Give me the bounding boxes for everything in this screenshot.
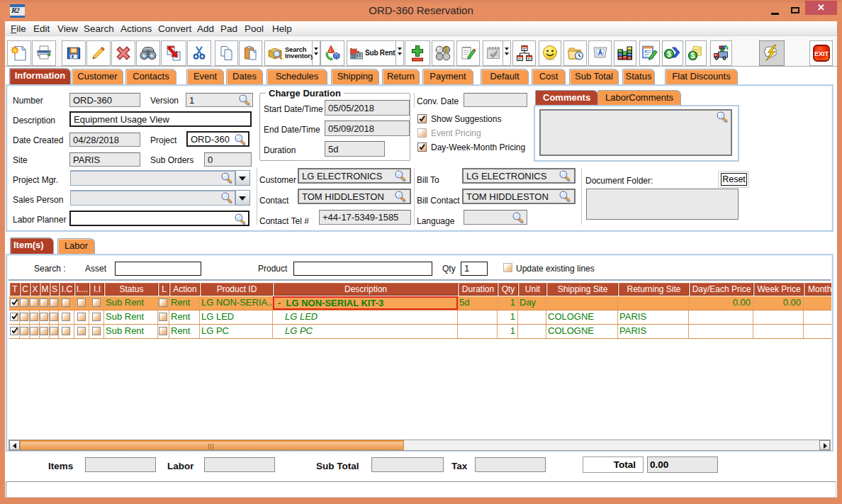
tab-laborcomments[interactable]: LaborComments [597,90,681,105]
copy-button[interactable] [215,40,238,66]
tab-customer[interactable]: Customer [72,69,123,84]
row-l-checkbox[interactable] [159,313,167,321]
column-header-x[interactable]: X [30,283,40,296]
inventory-cubes-button[interactable] [614,40,636,66]
tab-return[interactable]: Return [382,69,420,84]
crew-button[interactable] [539,40,561,66]
row-idot-checkbox[interactable] [77,313,86,321]
number-field[interactable]: ORD-360 [69,93,140,107]
menu-item-file[interactable]: File [11,23,26,35]
column-header-product_id[interactable]: Product ID [201,283,273,296]
row-s-checkbox[interactable] [50,298,58,307]
tab-information[interactable]: Information [9,68,71,84]
tab-contacts[interactable]: Contacts [125,69,176,84]
sales-person-field[interactable] [70,190,235,206]
menu-item-convert[interactable]: Convert [158,23,191,35]
tab-payment[interactable]: Payment [422,69,473,84]
convert-order-button[interactable] [320,40,344,66]
tab-flat-discounts[interactable]: Flat Discounts [665,69,738,84]
asset-input[interactable] [115,262,201,276]
row-idot-checkbox[interactable] [77,327,86,335]
row-select-checkbox[interactable] [10,313,18,321]
calendar-button[interactable]: 12 [483,40,503,66]
site-field[interactable]: PARIS [69,152,140,167]
sub-rent-button[interactable]: Sub Rent [347,40,396,66]
sub-rent-button-dropdown[interactable] [396,40,404,66]
column-header-unit[interactable]: Unit [519,283,546,296]
transfer-button[interactable] [161,40,186,66]
bill-contact-search-icon[interactable] [558,190,571,202]
column-header-l[interactable]: L [159,283,169,296]
save-button[interactable] [62,40,86,66]
column-header-idot[interactable]: I.... [75,283,89,296]
row-select-checkbox[interactable] [10,298,18,307]
scroll-left-button[interactable] [9,440,20,450]
show-suggestions-checkbox[interactable] [417,114,427,123]
column-header-ii[interactable]: I.I [90,283,104,296]
column-header-description[interactable]: Description [274,283,458,296]
org-chart-button[interactable] [512,40,536,66]
sales-person-search-icon[interactable] [220,191,232,203]
row-c-checkbox[interactable] [20,313,28,321]
bill-to-search-icon[interactable] [558,169,571,181]
comments-textarea[interactable] [539,109,732,156]
tab-sub-total[interactable]: Sub Total [569,69,619,84]
column-header-status[interactable]: Status [105,283,158,296]
table-row[interactable]: Sub RentRentLG NON-SERIA...- LG NON-SERI… [9,296,831,310]
customer-search-icon[interactable] [394,169,406,181]
date-created-field[interactable]: 04/28/2018 [69,133,140,147]
document-folder-box[interactable] [586,189,739,220]
row-s-checkbox[interactable] [50,327,58,335]
row-c-checkbox[interactable] [20,327,28,335]
calendar-button-dropdown[interactable] [503,40,511,66]
menu-item-add[interactable]: Add [197,23,214,35]
delete-button[interactable] [111,40,135,66]
row-c-checkbox[interactable] [20,298,28,307]
menu-item-pad[interactable]: Pad [220,23,237,35]
tab-item-s-[interactable]: Item(s) [10,237,54,254]
labor-planner-field[interactable] [69,211,249,226]
table-row[interactable]: Sub RentRentLG LEDLG LED1COLOGNEPARIS [9,310,831,325]
edit-note-button[interactable] [639,40,660,66]
tab-cost[interactable]: Cost [532,69,566,84]
maximize-button[interactable] [791,7,799,13]
h-scrollbar[interactable] [9,439,831,451]
row-idot-checkbox[interactable] [77,298,86,307]
column-header-returning_site[interactable]: Returning Site [619,283,689,296]
menu-item-edit[interactable]: Edit [33,23,50,35]
close-button[interactable]: ✕ [805,1,837,15]
menu-item-actions[interactable]: Actions [120,23,152,35]
menu-item-view[interactable]: View [57,23,78,35]
project-mgr-search-icon[interactable] [220,172,232,184]
minimize-button[interactable] [771,13,779,15]
labor-planner-search-icon[interactable] [234,213,246,225]
sub-orders-field[interactable]: 0 [204,152,252,167]
h-scroll-thumb[interactable] [20,440,404,450]
qty-input[interactable]: 1 [461,262,488,276]
print-button[interactable] [32,40,56,66]
row-l-checkbox[interactable] [159,298,167,307]
tab-default[interactable]: Default [481,69,529,84]
column-header-duration[interactable]: Duration [459,283,498,296]
exit-button[interactable]: EXIT [809,40,833,66]
row-ic-checkbox[interactable] [62,327,70,335]
row-m-checkbox[interactable] [40,313,48,321]
search-inventory-button[interactable]: Search Inventory [264,40,313,66]
sales-person-dropdown[interactable] [235,190,250,206]
tab-schedules[interactable]: Schedules [266,69,327,84]
duration-field[interactable]: 5d [325,141,385,157]
column-header-m[interactable]: M [40,283,50,296]
project-search-icon[interactable] [234,133,246,145]
event-pricing-checkbox[interactable] [417,128,427,138]
shipping-truck-button[interactable] [710,40,732,66]
row-ii-checkbox[interactable] [92,313,101,321]
new-button[interactable] [7,40,31,66]
row-m-checkbox[interactable] [40,327,48,335]
row-ii-checkbox[interactable] [92,298,101,307]
send-invoice-button[interactable]: $ [662,40,683,66]
project-mgr-dropdown[interactable] [235,170,250,186]
column-header-action[interactable]: Action [170,283,200,296]
notes-button[interactable] [456,40,480,66]
row-l-checkbox[interactable] [159,327,167,335]
description-field[interactable]: Equipment Usage View [69,111,252,127]
